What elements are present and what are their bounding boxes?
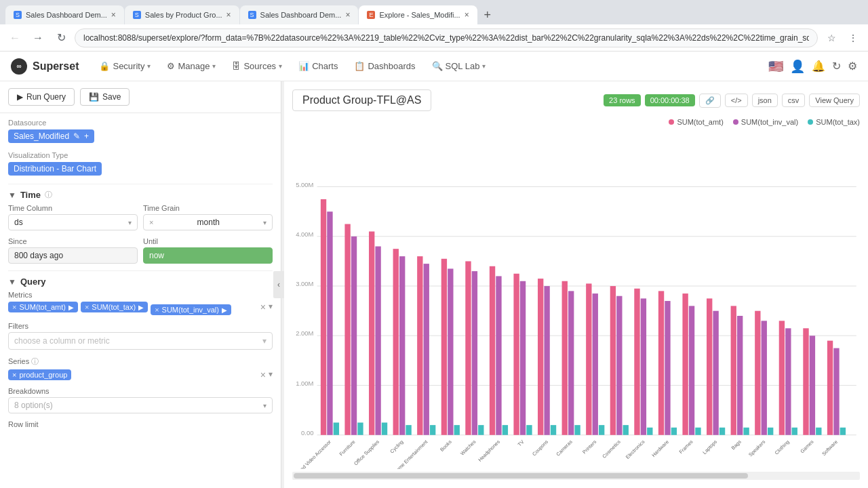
language-flag[interactable]: 🇺🇸 <box>768 59 783 74</box>
back-button[interactable]: ← <box>5 28 24 47</box>
query-section-header: ▼ Query <box>8 270 273 291</box>
since-group: Since 800 days ago <box>8 237 138 264</box>
browser-tab-3[interactable]: S Sales Dashboard Dem... × <box>240 5 359 24</box>
save-button[interactable]: 💾 Save <box>80 88 130 106</box>
svg-rect-25 <box>399 256 405 435</box>
rows-badge: 23 rows <box>604 94 641 106</box>
user-icon[interactable]: 👤 <box>790 59 805 74</box>
extensions-button[interactable]: ⋮ <box>844 28 863 47</box>
svg-rect-61 <box>616 296 622 435</box>
svg-text:2.00M: 2.00M <box>296 329 313 337</box>
scrollbar-thumb[interactable] <box>294 473 748 479</box>
tab-close-1[interactable]: × <box>111 10 116 20</box>
chart-scrollbar[interactable] <box>292 472 860 480</box>
edit-datasource-icon[interactable]: ✎ <box>73 131 80 141</box>
breakdowns-select[interactable]: 8 option(s) ▾ <box>8 397 273 413</box>
svg-text:0.00: 0.00 <box>301 429 313 436</box>
svg-rect-38 <box>478 425 484 435</box>
time-grain-select[interactable]: × month ▾ <box>143 214 273 230</box>
time-collapse-button[interactable]: ▼ <box>8 190 16 200</box>
browser-tab-2[interactable]: S Sales by Product Gro... × <box>125 5 239 24</box>
viz-type-tag[interactable]: Distribution - Bar Chart <box>8 162 102 176</box>
series-arrow-icon[interactable]: ▾ <box>269 369 273 380</box>
svg-rect-90 <box>792 428 797 435</box>
time-grain-arrow-icon: ▾ <box>263 219 267 226</box>
nav-logo-text: Superset <box>33 60 79 73</box>
panel-scroll-area: Datasource Sales_Modified ✎ + Visualizat… <box>0 113 281 488</box>
svg-text:Office Supplies: Office Supplies <box>353 439 380 466</box>
refresh-icon[interactable]: ↻ <box>832 60 841 73</box>
series-row: × product_group × ▾ <box>8 369 273 380</box>
run-query-button[interactable]: ▶ Run Query <box>8 88 75 106</box>
metric-remove-2[interactable]: × <box>85 303 89 311</box>
tab-title-2: Sales by Product Gro... <box>145 11 222 19</box>
code-action-button[interactable]: </> <box>725 94 748 107</box>
add-datasource-icon[interactable]: + <box>84 131 89 141</box>
tab-favicon-2: S <box>133 11 141 19</box>
until-field[interactable]: now <box>143 247 273 264</box>
browser-tab-1[interactable]: S Sales Dashboard Dem... × <box>5 5 124 24</box>
since-field[interactable]: 800 days ago <box>8 247 138 264</box>
panel-divider[interactable]: ‹ <box>281 81 284 488</box>
svg-text:Electronics: Electronics <box>625 439 646 460</box>
filters-label: Filters <box>8 322 273 330</box>
metric-tag-1[interactable]: × SUM(tot_amt) ▶ <box>8 302 78 312</box>
filters-placeholder: choose a column or metric <box>14 336 110 346</box>
tab-close-2[interactable]: × <box>226 10 231 20</box>
json-button[interactable]: json <box>752 94 778 107</box>
svg-rect-85 <box>762 321 767 434</box>
address-bar[interactable] <box>75 28 818 47</box>
nav-dashboards[interactable]: 📋 Dashboards <box>347 57 422 75</box>
query-collapse-button[interactable]: ▼ <box>8 277 16 287</box>
forward-button[interactable]: → <box>28 28 47 47</box>
metric-tag-3[interactable]: × SUM(tot_inv_val) ▶ <box>151 304 231 315</box>
settings-icon[interactable]: ⚙ <box>848 60 857 73</box>
svg-text:Audio and Video Accessor: Audio and Video Accessor <box>292 439 332 469</box>
browser-tab-4[interactable]: E Explore - Sales_Modifi... × <box>359 5 477 24</box>
metrics-clear-icon[interactable]: × <box>260 302 266 312</box>
series-clear-icon[interactable]: × <box>260 369 266 380</box>
svg-rect-54 <box>574 425 580 435</box>
filters-input[interactable]: choose a column or metric ▾ <box>8 332 273 350</box>
bookmark-button[interactable]: ☆ <box>822 28 841 47</box>
chart-title[interactable]: Product Group-TFL@AS <box>292 89 431 111</box>
nav-manage[interactable]: ⚙ Manage ▾ <box>160 57 222 75</box>
datasource-tag: Sales_Modified ✎ + <box>8 129 94 143</box>
collapse-panel-button[interactable]: ‹ <box>273 271 284 298</box>
metric-remove-3[interactable]: × <box>155 306 159 314</box>
query-section-title: Query <box>20 277 46 287</box>
series-tag[interactable]: × product_group <box>8 369 71 380</box>
metric-expand-1[interactable]: ▶ <box>68 304 74 311</box>
superset-logo-icon: ∞ <box>11 58 27 75</box>
series-remove-icon[interactable]: × <box>12 371 16 379</box>
metric-expand-3[interactable]: ▶ <box>222 306 227 314</box>
nav-charts[interactable]: 📊 Charts <box>292 57 344 75</box>
view-query-button[interactable]: View Query <box>809 94 860 107</box>
nav-sqllab[interactable]: 🔍 SQL Lab ▾ <box>425 57 493 75</box>
tab-close-3[interactable]: × <box>345 10 350 20</box>
metric-expand-2[interactable]: ▶ <box>138 304 144 311</box>
nav-sources[interactable]: 🗄 Sources ▾ <box>225 57 289 75</box>
nav-security[interactable]: 🔒 Security ▾ <box>92 57 157 75</box>
series-section: Series ⓘ × product_group × ▾ <box>8 357 273 380</box>
tab-title-1: Sales Dashboard Dem... <box>26 11 107 19</box>
time-grain-clear-icon[interactable]: × <box>149 218 153 226</box>
nav-right: 🇺🇸 👤 🔔 ↻ ⚙ <box>768 59 857 74</box>
new-tab-button[interactable]: + <box>478 5 497 24</box>
link-action-button[interactable]: 🔗 <box>699 94 721 108</box>
chart-container: 0.00 1.00M 2.00M 3.00M 4.00M 5.00M <box>292 131 860 469</box>
series-value: product_group <box>19 371 67 379</box>
row-limit-label: Row limit <box>8 420 273 428</box>
metric-remove-1[interactable]: × <box>12 303 16 311</box>
svg-text:Printers: Printers <box>581 439 597 455</box>
svg-text:4.00M: 4.00M <box>296 230 313 238</box>
svg-rect-36 <box>465 261 471 434</box>
notification-icon[interactable]: 🔔 <box>812 60 825 73</box>
metrics-arrow-icon[interactable]: ▾ <box>269 302 273 312</box>
nav-menu: 🔒 Security ▾ ⚙ Manage ▾ 🗄 Sources ▾ 📊 Ch… <box>92 57 492 75</box>
csv-button[interactable]: csv <box>782 94 806 107</box>
metric-tag-2[interactable]: × SUM(tot_tax) ▶ <box>81 302 148 312</box>
tab-close-4[interactable]: × <box>465 10 469 20</box>
reload-button[interactable]: ↻ <box>52 28 71 47</box>
time-column-select[interactable]: ds ▾ <box>8 214 138 230</box>
